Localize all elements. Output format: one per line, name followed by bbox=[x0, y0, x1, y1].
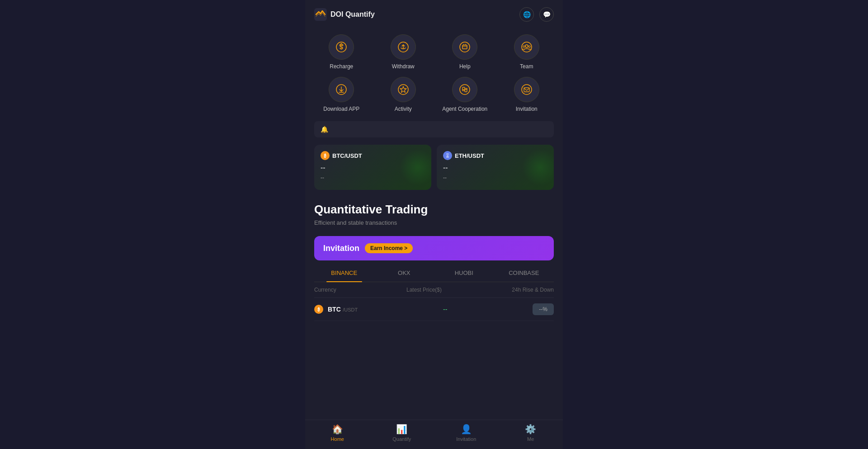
svg-rect-21 bbox=[524, 88, 529, 92]
help-label: Help bbox=[459, 63, 471, 70]
recharge-icon: $ bbox=[329, 34, 354, 60]
recharge-label: Recharge bbox=[330, 63, 353, 70]
action-team[interactable]: Team bbox=[500, 34, 554, 70]
btc-pair-label: BTC/USDT bbox=[332, 152, 362, 159]
market-cards: ₿ BTC/USDT -- -- Ξ ETH/USDT -- -- bbox=[305, 141, 563, 194]
svg-point-11 bbox=[525, 45, 528, 47]
btc-row-price: -- bbox=[443, 306, 447, 313]
activity-icon bbox=[391, 77, 416, 102]
app-title: DOI Quantify bbox=[330, 10, 375, 19]
download-app-label: Download APP bbox=[323, 106, 359, 112]
nav-invitation[interactable]: 👤 Invitation bbox=[434, 424, 499, 442]
invitation-nav-icon: 👤 bbox=[461, 424, 472, 435]
table-header: Currency Latest Price($) 24h Rise & Down bbox=[314, 282, 554, 298]
download-app-icon bbox=[329, 77, 354, 102]
chat-button[interactable]: 💬 bbox=[539, 7, 554, 22]
quick-actions-grid: $ Recharge Withdraw bbox=[305, 29, 563, 118]
action-download-app[interactable]: Download APP bbox=[314, 77, 369, 112]
announcement-bar: 🔔 bbox=[314, 121, 554, 137]
action-withdraw[interactable]: Withdraw bbox=[376, 34, 431, 70]
globe-icon: 🌐 bbox=[523, 11, 531, 18]
activity-label: Activity bbox=[395, 106, 412, 112]
quant-subtitle: Efficient and stable transactions bbox=[314, 219, 554, 226]
header: DOI Quantify 🌐 💬 bbox=[305, 0, 563, 29]
svg-point-5 bbox=[460, 42, 470, 52]
tab-binance-label: BINANCE bbox=[331, 269, 357, 276]
header-icons: 🌐 💬 bbox=[519, 7, 554, 22]
eth-change: -- bbox=[443, 175, 547, 181]
home-nav-icon: 🏠 bbox=[332, 424, 343, 435]
btc-row-info: ₿ BTC /USDT bbox=[314, 305, 358, 314]
col-latest-price: Latest Price($) bbox=[406, 287, 442, 293]
svg-point-13 bbox=[528, 46, 530, 47]
invitation-nav-label: Invitation bbox=[456, 436, 476, 442]
invitation-banner-label: Invitation bbox=[323, 244, 359, 253]
invitation-label: Invitation bbox=[516, 106, 538, 112]
globe-button[interactable]: 🌐 bbox=[519, 7, 534, 22]
btc-card-header: ₿ BTC/USDT bbox=[321, 151, 425, 160]
logo-area: DOI Quantify bbox=[314, 8, 375, 21]
team-label: Team bbox=[520, 63, 533, 70]
tab-binance[interactable]: BINANCE bbox=[314, 264, 374, 282]
tab-coinbase[interactable]: COINBASE bbox=[494, 264, 554, 282]
app-logo-icon bbox=[314, 8, 327, 21]
btc-change: -- bbox=[321, 175, 425, 181]
quant-title: Quantitative Trading bbox=[314, 203, 554, 217]
withdraw-label: Withdraw bbox=[392, 63, 415, 70]
me-nav-icon: ⚙️ bbox=[525, 424, 536, 435]
svg-rect-6 bbox=[462, 45, 467, 49]
team-icon bbox=[514, 34, 539, 60]
btc-row-change: --% bbox=[533, 303, 554, 315]
withdraw-icon bbox=[391, 34, 416, 60]
nav-quantify[interactable]: 📊 Quantify bbox=[370, 424, 434, 442]
btc-row-icon: ₿ bbox=[314, 305, 323, 314]
col-change: 24h Rise & Down bbox=[512, 287, 554, 293]
exchange-tabs: BINANCE OKX HUOBI COINBASE bbox=[314, 264, 554, 282]
action-invitation[interactable]: Invitation bbox=[500, 77, 554, 112]
bell-icon: 🔔 bbox=[321, 126, 328, 133]
svg-point-12 bbox=[523, 46, 525, 47]
tab-huobi[interactable]: HUOBI bbox=[434, 264, 494, 282]
btc-row-pair: /USDT bbox=[343, 307, 358, 312]
svg-rect-18 bbox=[462, 87, 465, 90]
eth-card-header: Ξ ETH/USDT bbox=[443, 151, 547, 160]
svg-marker-16 bbox=[400, 86, 406, 93]
quantify-nav-icon: 📊 bbox=[396, 424, 407, 435]
help-icon bbox=[452, 34, 477, 60]
currency-row-btc[interactable]: ₿ BTC /USDT -- --% bbox=[314, 298, 554, 321]
action-agent-cooperation[interactable]: Agent Cooperation bbox=[438, 77, 492, 112]
agent-cooperation-icon bbox=[452, 77, 477, 102]
bottom-nav: 🏠 Home 📊 Quantify 👤 Invitation ⚙️ Me bbox=[305, 420, 563, 449]
action-activity[interactable]: Activity bbox=[376, 77, 431, 112]
btc-row-name: BTC bbox=[328, 306, 341, 313]
eth-usdt-card[interactable]: Ξ ETH/USDT -- -- bbox=[437, 145, 554, 190]
svg-rect-19 bbox=[465, 90, 467, 92]
quantify-nav-label: Quantify bbox=[392, 436, 411, 442]
eth-price: -- bbox=[443, 164, 547, 172]
col-currency: Currency bbox=[314, 287, 336, 293]
btc-usdt-card[interactable]: ₿ BTC/USDT -- -- bbox=[314, 145, 431, 190]
quant-section: Quantitative Trading Efficient and stabl… bbox=[305, 194, 563, 232]
svg-point-15 bbox=[398, 85, 408, 95]
nav-home[interactable]: 🏠 Home bbox=[305, 424, 370, 442]
btc-price: -- bbox=[321, 164, 425, 172]
chat-icon: 💬 bbox=[543, 11, 551, 18]
agent-cooperation-label: Agent Cooperation bbox=[442, 106, 487, 112]
home-nav-label: Home bbox=[331, 436, 344, 442]
me-nav-label: Me bbox=[527, 436, 534, 442]
action-recharge[interactable]: $ Recharge bbox=[314, 34, 369, 70]
phone-container: DOI Quantify 🌐 💬 $ Recharge bbox=[305, 0, 563, 449]
tab-huobi-label: HUOBI bbox=[455, 269, 473, 276]
invitation-banner[interactable]: Invitation Earn Income > bbox=[314, 236, 554, 260]
nav-me[interactable]: ⚙️ Me bbox=[499, 424, 563, 442]
eth-pair-label: ETH/USDT bbox=[455, 152, 484, 159]
earn-income-badge[interactable]: Earn Income > bbox=[365, 243, 413, 253]
tab-okx[interactable]: OKX bbox=[374, 264, 434, 282]
btc-row-labels: BTC /USDT bbox=[328, 305, 358, 313]
tab-okx-label: OKX bbox=[398, 269, 410, 276]
invitation-icon bbox=[514, 77, 539, 102]
svg-point-20 bbox=[522, 85, 532, 95]
earn-income-text: Earn Income > bbox=[370, 245, 407, 251]
action-help[interactable]: Help bbox=[438, 34, 492, 70]
eth-coin-icon: Ξ bbox=[443, 151, 452, 160]
